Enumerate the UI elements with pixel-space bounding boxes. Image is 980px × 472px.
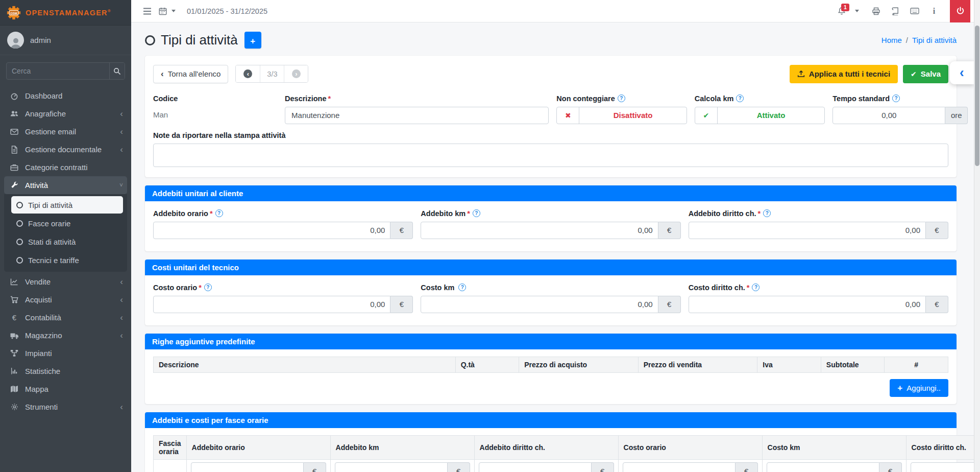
descrizione-field: Descrizione*	[285, 95, 549, 124]
calcola-km-toggle[interactable]: Attivato	[695, 107, 825, 124]
help-icon[interactable]: ?	[473, 209, 480, 217]
required-asterisk: *	[199, 284, 202, 292]
help-icon[interactable]: ?	[458, 284, 466, 291]
sidebar-item-fasce-orarie[interactable]: Fasce orarie	[11, 215, 123, 232]
euro-addon: €	[926, 296, 948, 313]
help-icon[interactable]: ?	[215, 209, 223, 217]
help-icon[interactable]: ?	[752, 284, 760, 291]
codice-field: Codice Man	[153, 95, 277, 124]
client-charges-body: Addebito orario*? € Addebito km*? € Adde…	[145, 201, 957, 251]
print-button[interactable]	[866, 3, 886, 20]
table-header-row: Descrizione Q.tà Prezzo di acquisto Prez…	[154, 357, 948, 372]
sidebar-item-gestione-documentale[interactable]: Gestione documentale ‹	[4, 140, 127, 158]
add-row-button[interactable]: Aggiungi..	[890, 379, 948, 397]
sidebar-item-stati-di-attivita[interactable]: Stati di attività	[11, 233, 123, 250]
chevron-left-icon: ‹	[120, 313, 123, 322]
slot-addebito-diritto-input[interactable]	[479, 462, 592, 472]
help-icon[interactable]: ?	[204, 284, 212, 291]
notifications-button[interactable]: 1	[833, 3, 850, 20]
help-icon[interactable]: ?	[736, 95, 744, 102]
shortcuts-button[interactable]	[905, 3, 924, 20]
sidebar-item-dashboard[interactable]: Dashboard	[4, 87, 127, 105]
period-picker[interactable]: 01/01/2025 - 31/12/2025	[159, 7, 267, 15]
info-button[interactable]: i	[924, 3, 944, 20]
search-icon	[113, 67, 121, 75]
sidebar-item-tecnici-e-tariffe[interactable]: Tecnici e tariffe	[11, 251, 123, 269]
avatar	[7, 32, 24, 49]
non-conteggiare-toggle[interactable]: Disattivato	[556, 107, 687, 124]
slot-costo-diritto-input[interactable]	[911, 462, 980, 472]
default-rows-card: Righe aggiuntive predefinite Descrizione…	[145, 334, 957, 405]
descrizione-input[interactable]	[285, 107, 549, 124]
slot-addebito-orario-input[interactable]	[191, 462, 304, 472]
sidebar-item-acquisti[interactable]: Acquisti ‹	[4, 291, 127, 309]
tempo-standard-input[interactable]	[832, 107, 945, 124]
help-icon[interactable]: ?	[763, 209, 771, 217]
chart-line-icon	[8, 278, 20, 286]
topbar: 01/01/2025 - 31/12/2025 1 i	[131, 0, 974, 22]
circle-icon	[16, 220, 23, 227]
add-record-button[interactable]	[244, 32, 261, 49]
sidebar-item-tipi-di-attivita[interactable]: Tipi di attività	[11, 196, 123, 214]
sidebar-item-label: Strumenti	[25, 403, 58, 411]
sidebar-item-mappa[interactable]: Mappa	[4, 380, 127, 398]
sidebar-item-strumenti[interactable]: Strumenti ‹	[4, 398, 127, 416]
costo-orario-input[interactable]	[153, 296, 390, 313]
next-record-button[interactable]: ›	[284, 65, 308, 82]
addebito-km-input[interactable]	[421, 222, 658, 239]
breadcrumb-current: Tipi di attività	[912, 36, 957, 44]
sidebar-item-categorie-contratti[interactable]: Categorie contratti	[4, 158, 127, 176]
sidebar-item-vendite[interactable]: Vendite ‹	[4, 273, 127, 291]
back-to-list-button[interactable]: ‹ Torna all'elenco	[153, 65, 228, 83]
euro-addon: €	[658, 222, 681, 239]
manual-button[interactable]	[886, 3, 905, 20]
costo-orario-label: Costo orario	[153, 284, 197, 292]
sidebar-item-contabilita[interactable]: € Contabilità ‹	[4, 309, 127, 326]
caret-down-icon	[172, 10, 176, 12]
help-icon[interactable]: ?	[618, 95, 625, 102]
check-icon	[703, 111, 709, 120]
sidebar-item-magazzino[interactable]: Magazzino ‹	[4, 326, 127, 344]
search-button[interactable]	[109, 63, 125, 79]
search-input[interactable]	[7, 63, 109, 79]
scrollbar-thumb[interactable]	[975, 26, 979, 166]
sidebar-item-attivita[interactable]: Attività ˅	[4, 176, 127, 194]
menu-toggle-icon[interactable]	[138, 3, 156, 20]
sidebar-item-statistiche[interactable]: Statistiche	[4, 362, 127, 380]
breadcrumb-home-link[interactable]: Home	[881, 36, 902, 44]
addebito-orario-input[interactable]	[153, 222, 390, 239]
slot-costo-km-input[interactable]	[767, 462, 879, 472]
tempo-standard-label: Tempo standard	[832, 95, 890, 103]
chevron-left-icon: ‹	[120, 331, 123, 340]
sidebar-item-label: Anagrafiche	[25, 109, 66, 118]
record-position: 3/3	[260, 65, 284, 82]
record-navigation: ‹ 3/3 ›	[235, 65, 308, 83]
user-panel[interactable]: admin	[0, 26, 131, 55]
note-label: Note da riportare nella stampa attività	[153, 131, 948, 139]
brand-logo[interactable]: OSM OpenSTAManager®	[0, 0, 131, 26]
apply-to-all-technicians-button[interactable]: Applica a tutti i tecnici	[790, 65, 898, 83]
required-asterisk: *	[467, 209, 470, 218]
sidebar-item-gestione-email[interactable]: Gestione email ‹	[4, 123, 127, 140]
costo-km-input[interactable]	[421, 296, 658, 313]
slot-addebito-km-input[interactable]	[335, 462, 448, 472]
addebito-diritto-input[interactable]	[689, 222, 926, 239]
help-icon[interactable]: ?	[892, 95, 900, 102]
sidebar-item-impianti[interactable]: Impianti	[4, 344, 127, 362]
toolbar-actions: Applica a tutti i tecnici Salva	[790, 65, 948, 83]
logout-button[interactable]	[950, 0, 970, 22]
sidebar-item-anagrafiche[interactable]: Anagrafiche ‹	[4, 105, 127, 123]
prev-record-button[interactable]: ‹	[236, 65, 260, 82]
plus-icon	[250, 35, 255, 46]
costo-diritto-input[interactable]	[689, 296, 926, 313]
side-panel-toggle[interactable]: ‹	[950, 61, 974, 84]
tech-costs-body: Costo orario*? € Costo km? € Costo dirit…	[145, 275, 957, 325]
save-button[interactable]: Salva	[903, 65, 948, 83]
column-header: Q.tà	[455, 357, 519, 372]
note-textarea[interactable]	[153, 144, 948, 167]
slot-costo-orario-input[interactable]	[623, 462, 736, 472]
costo-km-field: Costo km? €	[421, 284, 680, 313]
vertical-scrollbar[interactable]	[974, 0, 980, 472]
x-icon	[565, 111, 571, 120]
column-header: #	[885, 357, 948, 372]
